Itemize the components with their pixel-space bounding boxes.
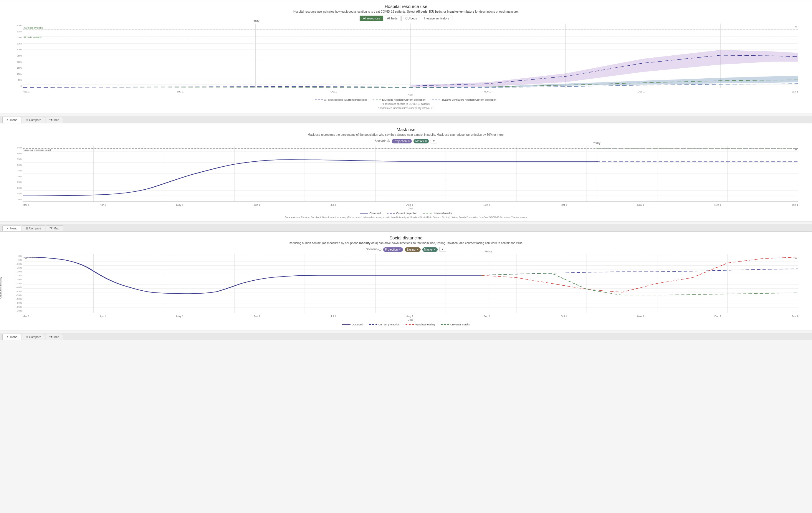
chip-close-projection[interactable]: ✕ — [399, 248, 401, 251]
chip-close-masks[interactable]: ✕ — [434, 248, 436, 251]
hospital-legend: All beds needed (Current projection) ICU… — [5, 98, 807, 101]
mobility-link[interactable]: mobility — [359, 241, 371, 245]
social-tab-compare[interactable]: ⊞ Compare — [22, 334, 45, 340]
hospital-tab-map-label: Map — [54, 118, 59, 122]
social-chip-masks[interactable]: Masks ✕ — [422, 247, 438, 252]
chip-close-easing[interactable]: ✕ — [416, 248, 419, 251]
all-beds-ref-label: All beds available — [24, 36, 42, 38]
legend-mask-observed: Observed — [360, 212, 381, 215]
mask-ref-line — [23, 148, 798, 149]
y-tick: 0 — [21, 85, 22, 87]
social-tab-bar: ↗ Trend ⊞ Compare 🗺 Map — [0, 333, 812, 340]
x-label: Oct 1 — [561, 203, 567, 206]
chip-close-projection[interactable]: ✕ — [408, 140, 410, 143]
mask-tab-map[interactable]: 🗺 Map — [46, 225, 63, 231]
mask-scenario-label: Scenario ⓘ — [375, 139, 390, 143]
social-panel: Social distancing Reducing human contact… — [0, 231, 812, 331]
x-label: Dec 1 — [715, 315, 722, 318]
y-tick: 70% — [17, 175, 22, 178]
y-tick: 375k — [17, 42, 22, 45]
mask-tab-compare[interactable]: ⊞ Compare — [22, 225, 45, 231]
x-label: Oct 1 — [330, 90, 337, 93]
hospital-chart-svg — [23, 24, 798, 88]
y-tick: 200k — [17, 61, 22, 63]
mask-menu-icon[interactable]: ≡ — [794, 147, 797, 152]
social-tab-compare-label: Compare — [29, 335, 41, 339]
social-tab-map-label: Map — [54, 335, 59, 339]
y-tick: -65% — [16, 306, 22, 308]
social-scenario-dropdown[interactable]: ▼ — [439, 247, 446, 252]
y-tick: 250k — [17, 55, 22, 57]
mask-chip-projection[interactable]: Projection ✕ — [392, 139, 411, 143]
mask-x-axis: Mar 1 Apr 1 May 1 Jun 1 Jul 1 Aug 1 Sep … — [23, 203, 798, 206]
mask-tab-compare-label: Compare — [29, 227, 41, 230]
chip-label: Projection — [394, 140, 406, 143]
invasive-ventilators-link[interactable]: Invasive ventilators — [447, 10, 474, 13]
legend-label-observed: Observed — [369, 212, 381, 215]
mask-tab-trend[interactable]: ↗ Trend — [2, 225, 21, 231]
social-tab-trend-label: Trend — [10, 335, 18, 339]
y-tick: 65% — [17, 181, 22, 183]
all-beds-link[interactable]: All beds — [416, 10, 427, 13]
y-tick: 150k — [17, 66, 22, 69]
legend-line-all-beds — [315, 99, 323, 100]
x-label: Mar 1 — [23, 203, 29, 206]
social-ref-line — [23, 256, 798, 256]
legend-mask-projection: Current projection — [387, 212, 417, 215]
map-icon: 🗺 — [50, 227, 52, 230]
legend-label-ventilators: Invasive ventilators needed (Current pro… — [441, 98, 497, 101]
y-tick: 80% — [17, 164, 22, 166]
y-tick: -70% — [16, 310, 22, 312]
y-tick: -25% — [16, 274, 22, 277]
mask-chip-masks[interactable]: Masks ✕ — [413, 139, 429, 143]
hospital-tab-compare[interactable]: ⊞ Compare — [22, 117, 45, 123]
mask-tab-map-label: Map — [54, 227, 59, 230]
x-label: Dec 1 — [638, 90, 645, 93]
y-tick: -5% — [18, 259, 22, 261]
hospital-menu-icon[interactable]: ≡ — [794, 25, 797, 29]
y-tick: -30% — [16, 278, 22, 281]
y-tick: 95% — [17, 146, 22, 149]
btn-icu-beds[interactable]: ICU beds — [401, 16, 420, 21]
y-tick: 85% — [17, 158, 22, 161]
btn-invasive-ventilators[interactable]: Invasive ventilators — [421, 16, 453, 21]
legend-line-observed — [342, 324, 350, 325]
hospital-tab-trend[interactable]: ↗ Trend — [2, 117, 21, 123]
social-observed-line — [23, 257, 481, 294]
btn-all-beds[interactable]: All beds — [384, 16, 401, 21]
social-tab-map[interactable]: 🗺 Map — [46, 334, 63, 340]
x-label: Nov 1 — [484, 90, 491, 93]
compare-icon: ⊞ — [26, 335, 28, 339]
x-label: Jul 1 — [330, 315, 336, 318]
social-chip-easing[interactable]: Easing ✕ — [405, 247, 420, 252]
legend-line-current-proj — [369, 324, 377, 325]
chip-label: Projection — [385, 248, 398, 251]
social-chart-area: ≡ 0% -5% -10% -15% -20% -25% -30% -35% -… — [23, 254, 798, 313]
mask-data-sources: Data sources: Premise; Facebook Global s… — [5, 216, 807, 219]
legend-label-current-proj: Current projection — [378, 323, 400, 326]
x-label: Aug 1 — [23, 90, 30, 93]
y-tick: -15% — [16, 266, 22, 269]
social-tab-trend[interactable]: ↗ Trend — [2, 334, 21, 340]
mask-scenario-dropdown[interactable]: ▼ — [431, 139, 437, 143]
btn-all-resources[interactable]: All resources — [359, 16, 383, 21]
chip-close-masks[interactable]: ✕ — [425, 140, 427, 143]
mask-chart-area: ≡ 95% 90% 85% 80% 75% 70% 65% 60% 55% 50… — [23, 146, 798, 202]
y-tick: 55% — [17, 192, 22, 195]
mask-title: Mask use — [5, 127, 807, 132]
legend-line-ventilators — [432, 99, 440, 100]
hospital-tab-map[interactable]: 🗺 Map — [46, 117, 63, 123]
map-icon: 🗺 — [50, 335, 52, 339]
map-icon: 🗺 — [50, 118, 52, 122]
social-title: Social distancing — [5, 235, 807, 240]
x-label: Aug 1 — [406, 203, 413, 206]
y-tick: 0% — [18, 255, 22, 257]
icu-beds-link[interactable]: ICU beds — [429, 10, 442, 13]
hospital-x-axis: Aug 1 Sep 1 Oct 1 Nov 1 Dec 1 Jan 1 — [23, 89, 798, 93]
hospital-chart-wrapper: Resource count ≡ 750k 625k 500k 375k 300… — [5, 24, 807, 96]
hospital-btn-group: All resources All beds ICU beds Invasive… — [5, 16, 807, 21]
hospital-note-1: All resources specific to COVID-19 patie… — [5, 103, 807, 106]
y-tick: -50% — [16, 294, 22, 296]
social-chip-projection[interactable]: Projection ✕ — [383, 247, 403, 252]
y-tick: 50k — [18, 79, 22, 81]
